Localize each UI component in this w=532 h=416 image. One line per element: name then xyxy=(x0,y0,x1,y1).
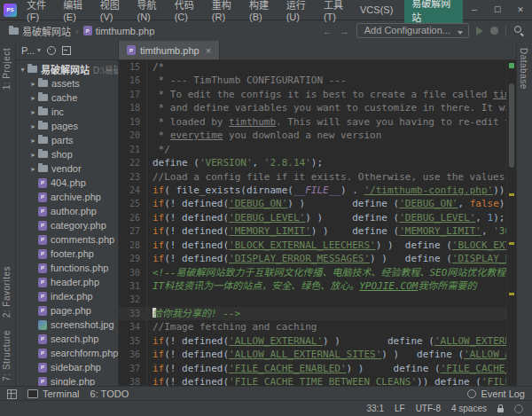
warning-stripe-mark[interactable] xyxy=(509,242,514,245)
tree-item[interactable]: ▸Pauthor.php xyxy=(16,204,118,218)
readonly-lock-icon[interactable] xyxy=(497,408,504,412)
menu-item[interactable]: 视图(V) xyxy=(96,0,133,24)
code-line[interactable]: 31IT科技资讯为一体的站点，安全、绿色、放心。YPOJIE.COM我你所需要的 xyxy=(119,279,507,293)
code-line[interactable]: 35if(! defined('ALLOW_EXTERNAL') ) defin… xyxy=(119,334,507,348)
menu-item[interactable]: 构建(B) xyxy=(245,0,282,24)
chevron-icon[interactable]: ▸ xyxy=(28,108,38,116)
menu-item[interactable]: 运行(U) xyxy=(282,0,319,24)
tree-item[interactable]: ▸Psearch.php xyxy=(16,332,118,346)
tool-button-todo[interactable]: 6: TODO xyxy=(90,389,129,399)
close-button[interactable]: ✕ xyxy=(509,0,532,20)
code-line[interactable]: 29if(! defined('DISPLAY_ERROR_MESSAGES')… xyxy=(119,252,507,265)
tree-item[interactable]: ▸Pcomments.php xyxy=(16,232,118,247)
editor-scrollbar[interactable] xyxy=(506,60,516,387)
chevron-icon[interactable]: ▸ xyxy=(28,94,38,102)
tree-item[interactable]: ▸Psearchform.php xyxy=(16,346,118,360)
code-line[interactable]: 19 * loaded by timthumb. This will save … xyxy=(119,115,507,129)
tree-item[interactable]: ▸shop xyxy=(16,147,118,161)
code-line[interactable]: 36if(! defined('ALLOW_ALL_EXTERNAL_SITES… xyxy=(119,348,507,361)
chevron-icon[interactable]: ▸ xyxy=(28,122,38,130)
file-encoding[interactable]: UTF-8 xyxy=(416,404,441,413)
code-line[interactable]: 16 * --- TimThumb CONFIGURATION --- xyxy=(119,74,507,87)
indent-style[interactable]: 4 spaces xyxy=(451,404,487,413)
code-line[interactable]: 33给你我分享的! --> xyxy=(119,307,507,320)
code-line[interactable]: 23//Load a config file if it exists. Oth… xyxy=(119,170,507,184)
tree-item[interactable]: ▸inc xyxy=(16,105,118,119)
gear-icon[interactable] xyxy=(47,46,56,55)
code-line[interactable]: 27if(! defined('MEMORY_LIMIT') ) define … xyxy=(119,224,507,238)
tree-item[interactable]: ▸Pindex.php xyxy=(16,289,118,303)
tree-item[interactable]: ▸Psingle.php xyxy=(16,374,118,387)
chevron-icon[interactable]: ▾ xyxy=(18,66,27,74)
tree-item[interactable]: ▸Parchive.php xyxy=(16,190,118,204)
forward-icon[interactable]: → xyxy=(340,26,349,36)
tree-item[interactable]: ▸Pfooter.php xyxy=(16,247,118,261)
tree-item[interactable]: ▸cache xyxy=(16,90,118,105)
run-icon[interactable] xyxy=(476,27,483,35)
code-line[interactable]: 22define ('VERSION', '2.8.14'); xyxy=(119,156,507,169)
tab-timthumb-php[interactable]: P timthumb.php × xyxy=(119,41,220,59)
tree-item[interactable]: ▸assets xyxy=(16,76,118,90)
chevron-icon[interactable]: ▸ xyxy=(28,137,38,145)
tree-root[interactable]: ▾易破解网站D:\易破 xyxy=(16,62,118,76)
code-line[interactable]: 28if(! defined('BLOCK_EXTERNAL_LEECHERS'… xyxy=(119,239,507,252)
breadcrumb-item[interactable]: Ptimthumb.php xyxy=(82,26,157,36)
tree-item[interactable]: ▸Ppage.php xyxy=(16,303,118,318)
menu-item[interactable]: 重构(R) xyxy=(207,0,245,24)
tree-item[interactable]: ▸pages xyxy=(16,119,118,133)
tool-button-database[interactable]: Database xyxy=(519,48,528,90)
minimize-button[interactable]: ─ xyxy=(463,0,486,20)
tree-item[interactable]: ▸P404.php xyxy=(16,176,118,190)
tool-button-terminal[interactable]: Terminal xyxy=(27,389,80,399)
scrollbar-thumb[interactable] xyxy=(509,83,514,168)
line-separator[interactable]: LF xyxy=(395,404,405,413)
search-icon[interactable] xyxy=(513,25,525,36)
tree-item[interactable]: ▸Pheader.php xyxy=(16,275,118,289)
menu-item[interactable]: 编辑(E) xyxy=(59,0,96,24)
chevron-icon[interactable]: ▸ xyxy=(28,165,38,173)
menu-item[interactable]: VCS(S) xyxy=(356,3,397,17)
warning-stripe-mark[interactable] xyxy=(509,193,514,196)
code-line[interactable]: 24if( file_exists(dirname(__FILE__) . '/… xyxy=(119,184,507,197)
tool-button-structure[interactable]: 7: Structure xyxy=(2,330,12,381)
tool-button-event-log[interactable]: Event Log xyxy=(467,389,525,399)
breadcrumb-item[interactable]: 易破解网站 xyxy=(7,24,73,38)
code-line[interactable]: 21 */ xyxy=(119,143,507,156)
warning-stripe-mark[interactable] xyxy=(509,293,514,295)
code-line[interactable]: 34//Image fetching and caching xyxy=(119,320,507,334)
menu-item[interactable]: 代码(C) xyxy=(170,0,207,24)
chevron-icon[interactable]: ▸ xyxy=(28,80,38,88)
tree-item[interactable]: ▸parts xyxy=(16,133,118,147)
tree-item[interactable]: ▸screenshot.jpg xyxy=(16,318,118,332)
tree-item[interactable]: ▸Pcategory.php xyxy=(16,218,118,232)
code-editor[interactable]: 15/*16 * --- TimThumb CONFIGURATION ---1… xyxy=(119,60,516,387)
code-line[interactable]: 26if(! defined('DEBUG_LEVEL') ) define (… xyxy=(119,211,507,224)
caret-position[interactable]: 33:1 xyxy=(366,404,383,413)
code-line[interactable]: 37if(! defined('FILE_CACHE_ENABLED') ) d… xyxy=(119,362,507,375)
tool-window-switcher-icon[interactable] xyxy=(7,389,17,399)
back-icon[interactable]: ← xyxy=(323,26,332,36)
code-line[interactable]: 18 * and define variables you want to cu… xyxy=(119,101,507,114)
menu-item[interactable]: 导航(N) xyxy=(132,0,169,24)
tree-item[interactable]: ▸Psidebar.php xyxy=(16,360,118,374)
code-line[interactable]: 17 * To edit the configs it is best to c… xyxy=(119,88,507,101)
inspections-ok-icon[interactable] xyxy=(509,63,514,68)
collapse-all-icon[interactable] xyxy=(62,46,71,55)
tree-item[interactable]: ▸vendor xyxy=(16,161,118,176)
code-line[interactable]: 15/* xyxy=(119,60,507,74)
tool-button-favorites[interactable]: 2: Favorites xyxy=(2,266,12,318)
code-line[interactable]: 20 * everytime you download a new versio… xyxy=(119,129,507,142)
code-line[interactable]: 30<!--易破解网站致力于互联网文化传播、电脑技术、经验教程、SEO网站优化教… xyxy=(119,266,507,279)
menu-item[interactable]: 文件(F) xyxy=(22,0,59,24)
menu-item[interactable]: 工具(T) xyxy=(319,0,356,24)
debug-icon[interactable] xyxy=(490,27,498,35)
chevron-icon[interactable]: ▸ xyxy=(28,151,38,159)
close-icon[interactable]: × xyxy=(206,45,211,56)
code-line[interactable]: 25if(! defined('DEBUG_ON') ) define ('DE… xyxy=(119,197,507,210)
maximize-button[interactable]: ☐ xyxy=(486,0,509,20)
tool-button-project[interactable]: 1: Project xyxy=(2,48,12,90)
tree-item[interactable]: ▸Pfunctions.php xyxy=(16,261,118,275)
run-configuration-select[interactable]: Add Configuration... xyxy=(356,23,469,38)
code-line[interactable]: 32 xyxy=(119,293,507,306)
project-view-selector[interactable]: P... ▾ xyxy=(21,45,41,56)
